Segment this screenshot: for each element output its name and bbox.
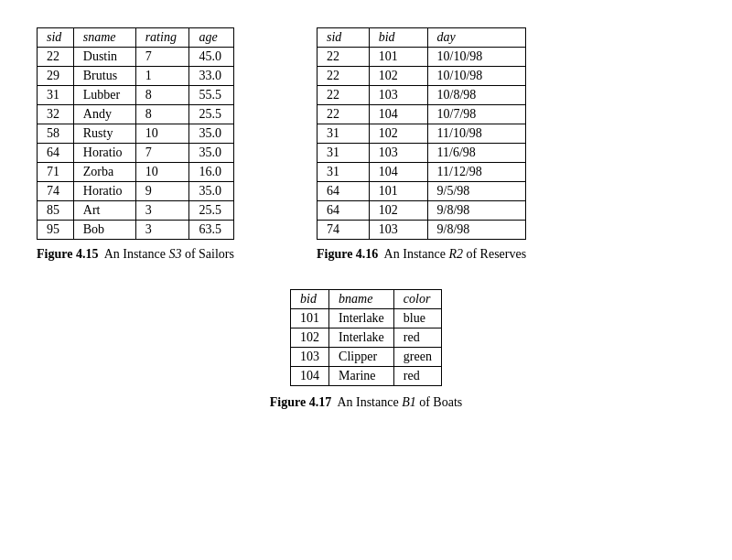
table-row: 2210310/8/98 xyxy=(317,86,525,105)
table-cell: 31 xyxy=(38,86,74,105)
reserves-fig-number: Figure 4.16 xyxy=(317,247,378,261)
table-cell: 31 xyxy=(317,144,369,163)
table-cell: 22 xyxy=(317,48,369,67)
table-cell: 31 xyxy=(317,124,369,144)
table-cell: Clipper xyxy=(329,348,394,367)
table-cell: 11/12/98 xyxy=(427,163,526,182)
reserves-fig-text: An Instance xyxy=(384,247,446,261)
table-cell: 35.0 xyxy=(189,124,233,144)
table-cell: 45.0 xyxy=(189,48,233,67)
table-cell: Art xyxy=(73,201,135,221)
table-cell: Interlake xyxy=(329,309,394,328)
table-row: 71Zorba1016.0 xyxy=(38,163,234,182)
sailors-fig-suffix: of Sailors xyxy=(185,247,234,261)
table-row: 641019/5/98 xyxy=(317,182,525,201)
table-row: 95Bob363.5 xyxy=(38,221,234,240)
table-cell: 102 xyxy=(291,328,329,348)
table-cell: 10 xyxy=(135,124,189,144)
table-cell: 101 xyxy=(369,182,427,201)
table-cell: 25.5 xyxy=(189,201,233,221)
table-cell: 102 xyxy=(369,124,427,144)
table-cell: 8 xyxy=(135,86,189,105)
table-cell: 103 xyxy=(369,86,427,105)
table-cell: 64 xyxy=(317,182,369,201)
table-cell: 101 xyxy=(369,48,427,67)
table-cell: 103 xyxy=(291,348,329,367)
sailors-fig-text: An Instance xyxy=(104,247,166,261)
table-cell: 85 xyxy=(38,201,74,221)
table-cell: Andy xyxy=(73,105,135,124)
sailors-fig-italic: S3 xyxy=(168,247,181,261)
boats-fig-suffix: of Boats xyxy=(419,395,462,409)
table-cell: 9/8/98 xyxy=(427,221,526,240)
table-row: 2210210/10/98 xyxy=(317,67,525,86)
table-cell: red xyxy=(393,328,441,348)
table-cell: 103 xyxy=(369,221,427,240)
boats-fig-text: An Instance xyxy=(337,395,398,409)
sailors-caption: Figure 4.15 An Instance S3 of Sailors xyxy=(37,247,234,262)
table-row: 3110311/6/98 xyxy=(317,144,525,163)
boats-col-bid: bid xyxy=(291,290,329,309)
table-cell: 7 xyxy=(135,144,189,163)
table-cell: 22 xyxy=(317,67,369,86)
table-row: 64Horatio735.0 xyxy=(38,144,234,163)
table-row: 102Interlakered xyxy=(291,328,442,348)
table-cell: 7 xyxy=(135,48,189,67)
table-cell: 3 xyxy=(135,221,189,240)
sailors-col-rating: rating xyxy=(135,28,189,48)
table-row: 103Clippergreen xyxy=(291,348,442,367)
table-cell: red xyxy=(393,367,441,386)
table-cell: 102 xyxy=(369,201,427,221)
table-cell: Zorba xyxy=(73,163,135,182)
table-cell: 3 xyxy=(135,201,189,221)
table-cell: 9 xyxy=(135,182,189,201)
table-row: 58Rusty1035.0 xyxy=(38,124,234,144)
table-cell: 74 xyxy=(38,182,74,201)
table-cell: 29 xyxy=(38,67,74,86)
table-row: 32Andy825.5 xyxy=(38,105,234,124)
table-row: 741039/8/98 xyxy=(317,221,525,240)
table-cell: 33.0 xyxy=(189,67,233,86)
table-cell: 25.5 xyxy=(189,105,233,124)
table-cell: 22 xyxy=(317,105,369,124)
boats-fig-number: Figure 4.17 xyxy=(270,395,331,409)
reserves-col-day: day xyxy=(427,28,526,48)
table-cell: 10/10/98 xyxy=(427,48,526,67)
table-row: 2210410/7/98 xyxy=(317,105,525,124)
boats-col-color: color xyxy=(393,290,441,309)
table-row: 2210110/10/98 xyxy=(317,48,525,67)
table-cell: 103 xyxy=(369,144,427,163)
table-cell: 10/10/98 xyxy=(427,67,526,86)
table-cell: Horatio xyxy=(73,144,135,163)
sailors-section: sid sname rating age 22Dustin745.029Brut… xyxy=(37,27,234,262)
table-cell: 58 xyxy=(38,124,74,144)
table-cell: 95 xyxy=(38,221,74,240)
sailors-fig-number: Figure 4.15 xyxy=(37,247,98,261)
table-cell: Lubber xyxy=(73,86,135,105)
table-row: 3110211/10/98 xyxy=(317,124,525,144)
boats-caption: Figure 4.17 An Instance B1 of Boats xyxy=(270,395,463,410)
table-cell: 32 xyxy=(38,105,74,124)
sailors-col-sname: sname xyxy=(73,28,135,48)
table-cell: Bob xyxy=(73,221,135,240)
sailors-col-age: age xyxy=(189,28,233,48)
table-cell: 35.0 xyxy=(189,182,233,201)
reserves-col-sid: sid xyxy=(317,28,369,48)
table-cell: 11/6/98 xyxy=(427,144,526,163)
table-cell: 9/5/98 xyxy=(427,182,526,201)
table-cell: 102 xyxy=(369,67,427,86)
table-cell: 55.5 xyxy=(189,86,233,105)
table-cell: Brutus xyxy=(73,67,135,86)
reserves-fig-suffix: of Reserves xyxy=(466,247,526,261)
table-cell: 63.5 xyxy=(189,221,233,240)
table-row: 74Horatio935.0 xyxy=(38,182,234,201)
table-cell: 104 xyxy=(369,105,427,124)
reserves-section: sid bid day 2210110/10/982210210/10/9822… xyxy=(317,27,526,262)
reserves-col-bid: bid xyxy=(369,28,427,48)
table-cell: 64 xyxy=(317,201,369,221)
table-cell: Horatio xyxy=(73,182,135,201)
sailors-table: sid sname rating age 22Dustin745.029Brut… xyxy=(37,27,234,240)
boats-col-bname: bname xyxy=(329,290,394,309)
table-cell: 10 xyxy=(135,163,189,182)
table-cell: 22 xyxy=(317,86,369,105)
